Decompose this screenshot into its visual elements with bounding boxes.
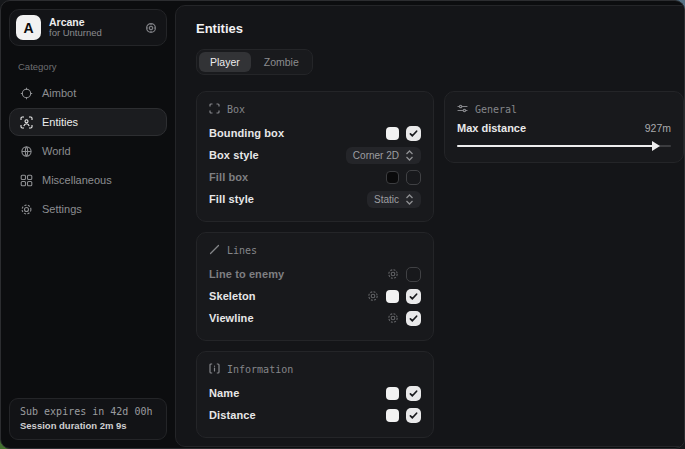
right-column: General Max distance 927m	[444, 91, 684, 163]
app-window: A Arcane for Unturned Category	[0, 0, 685, 449]
lines-section-title: Lines	[227, 245, 257, 256]
sidebar-item-entities[interactable]: Entities	[9, 108, 167, 136]
tab-player[interactable]: Player	[199, 52, 251, 72]
information-section-header: Information	[209, 363, 421, 376]
general-section: General Max distance 927m	[444, 91, 684, 163]
setting-label: Line to enemy	[209, 268, 284, 280]
gear-icon[interactable]	[387, 268, 399, 280]
row-controls	[386, 170, 421, 185]
checkbox-checked[interactable]	[406, 289, 421, 304]
app-logo: A	[16, 15, 41, 40]
setting-row-box-style: Box style Corner 2D	[209, 144, 421, 166]
row-controls	[387, 311, 421, 326]
checkbox-checked[interactable]	[406, 126, 421, 141]
setting-row-skeleton: Skeleton	[209, 285, 421, 307]
box-section-title: Box	[227, 104, 245, 115]
brand-card: A Arcane for Unturned	[9, 9, 167, 46]
session-duration-text: Session duration 2m 9s	[20, 420, 156, 431]
box-section: Box Bounding box Box style	[196, 91, 434, 222]
checkbox-checked[interactable]	[406, 311, 421, 326]
max-distance-label: Max distance	[457, 122, 526, 134]
setting-row-fill-style: Fill style Static	[209, 188, 421, 210]
sidebar-item-aimbot[interactable]: Aimbot	[9, 79, 167, 107]
setting-label: Skeleton	[209, 290, 256, 302]
category-label: Category	[18, 61, 167, 72]
row-controls	[386, 408, 421, 423]
sidebar-item-label: Miscellaneous	[42, 174, 112, 186]
globe-icon	[20, 145, 33, 158]
setting-row-bounding-box: Bounding box	[209, 122, 421, 144]
gear-icon[interactable]	[387, 312, 399, 324]
setting-label: Box style	[209, 149, 259, 161]
general-section-header: General	[457, 103, 671, 116]
sidebar: A Arcane for Unturned Category	[1, 1, 175, 448]
chevrons-up-down-icon	[405, 150, 414, 161]
setting-label: Viewline	[209, 312, 254, 324]
setting-label: Fill box	[209, 171, 248, 183]
max-distance-row: Max distance 927m	[457, 122, 671, 134]
setting-label: Bounding box	[209, 127, 284, 139]
tab-zombie[interactable]: Zombie	[253, 52, 310, 72]
information-section: Information Name Distance	[196, 351, 434, 438]
sub-expires-text: Sub expires in 42d 00h	[20, 406, 156, 417]
sidebar-item-settings[interactable]: Settings	[9, 195, 167, 223]
lines-section: Lines Line to enemy Skeleton	[196, 232, 434, 341]
setting-label: Distance	[209, 409, 256, 421]
row-controls	[387, 267, 421, 282]
fill-style-dropdown[interactable]: Static	[367, 191, 421, 208]
crosshair-icon	[20, 87, 33, 100]
box-style-dropdown[interactable]: Corner 2D	[346, 147, 421, 164]
entity-tabs: Player Zombie	[196, 49, 313, 75]
color-swatch[interactable]	[386, 409, 399, 422]
slider-fill	[457, 145, 654, 147]
checkbox-checked[interactable]	[406, 408, 421, 423]
content-columns: Box Bounding box Box style	[196, 91, 684, 438]
slider-thumb[interactable]	[652, 141, 660, 151]
general-section-title: General	[475, 104, 517, 115]
sidebar-item-world[interactable]: World	[9, 137, 167, 165]
scan-icon	[20, 116, 33, 129]
lines-section-header: Lines	[209, 244, 421, 257]
setting-row-line-to-enemy: Line to enemy	[209, 263, 421, 285]
color-swatch[interactable]	[386, 171, 399, 184]
dropdown-value: Corner 2D	[353, 150, 399, 161]
sliders-icon	[457, 103, 468, 116]
sidebar-item-label: Entities	[42, 116, 78, 128]
setting-row-name: Name	[209, 382, 421, 404]
box-section-header: Box	[209, 103, 421, 116]
color-swatch[interactable]	[386, 127, 399, 140]
subscription-box: Sub expires in 42d 00h Session duration …	[9, 398, 167, 440]
chevrons-up-down-icon	[405, 194, 414, 205]
sync-icon[interactable]	[145, 22, 157, 34]
setting-label: Fill style	[209, 193, 254, 205]
sidebar-item-miscellaneous[interactable]: Miscellaneous	[9, 166, 167, 194]
row-controls	[386, 126, 421, 141]
sidebar-nav: Aimbot Entities	[9, 79, 167, 223]
info-icon	[209, 363, 220, 376]
sidebar-item-label: World	[42, 145, 71, 157]
dropdown-value: Static	[374, 194, 399, 205]
information-section-title: Information	[227, 364, 293, 375]
box-corners-icon	[209, 103, 220, 116]
checkbox-unchecked[interactable]	[406, 170, 421, 185]
checkbox-checked[interactable]	[406, 386, 421, 401]
main-panel: Entities Player Zombie Box	[175, 5, 685, 447]
color-swatch[interactable]	[386, 387, 399, 400]
brand-text: Arcane for Unturned	[49, 16, 137, 39]
max-distance-slider[interactable]	[457, 141, 671, 151]
gear-icon	[20, 203, 33, 216]
max-distance-value: 927m	[645, 122, 671, 134]
app-subtitle: for Unturned	[49, 28, 137, 39]
page-title: Entities	[196, 21, 684, 36]
left-column: Box Bounding box Box style	[196, 91, 434, 438]
gear-icon[interactable]	[367, 290, 379, 302]
setting-label: Name	[209, 387, 239, 399]
grid-icon	[20, 174, 33, 187]
row-controls	[367, 289, 421, 304]
checkbox-unchecked[interactable]	[406, 267, 421, 282]
row-controls	[386, 386, 421, 401]
color-swatch[interactable]	[386, 290, 399, 303]
diagonal-line-icon	[209, 244, 220, 257]
sidebar-item-label: Settings	[42, 203, 82, 215]
setting-row-fill-box: Fill box	[209, 166, 421, 188]
